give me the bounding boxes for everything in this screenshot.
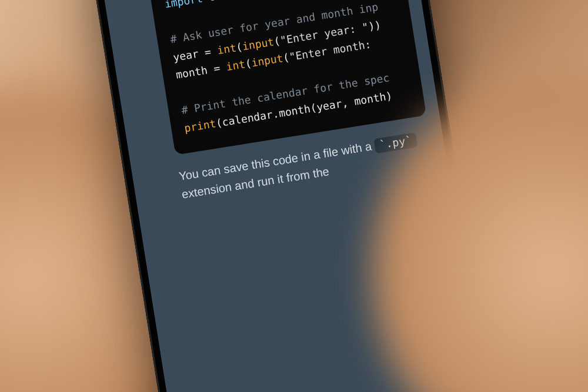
- inline-code-token: `.py`: [374, 132, 417, 153]
- assistant-text: Here is an example code in Python that u…: [134, 0, 434, 203]
- phone: Here is an example code in Python that u…: [85, 0, 503, 392]
- phone-body: Here is an example code in Python that u…: [85, 0, 503, 392]
- screen: Here is an example code in Python that u…: [95, 0, 493, 392]
- scene: Here is an example code in Python that u…: [0, 0, 588, 392]
- assistant-message: Here is an example code in Python that u…: [102, 0, 435, 208]
- code-block: python Copy code import calendar # Ask u…: [144, 0, 426, 155]
- arrow-down-icon: [447, 370, 460, 383]
- chat-scroll[interactable]: Here is an example code in Python that u…: [95, 0, 493, 392]
- scroll-to-bottom-button[interactable]: [440, 363, 467, 390]
- code-content: import calendar # Ask user for year and …: [149, 0, 426, 155]
